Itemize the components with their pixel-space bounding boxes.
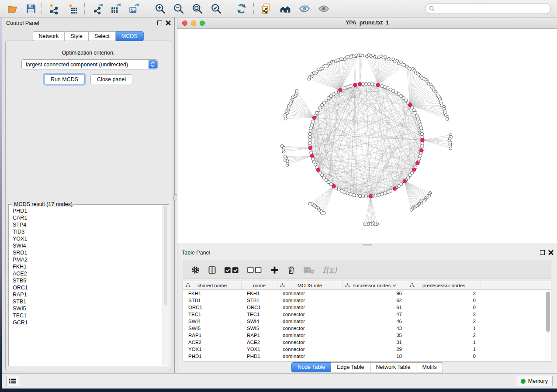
- table-row[interactable]: ORC1ORC1dominator610: [183, 304, 551, 311]
- mcds-list-scrollbar[interactable]: [163, 205, 168, 365]
- table-cell[interactable]: connector: [277, 346, 343, 353]
- search-input[interactable]: [437, 5, 547, 12]
- table-cell[interactable]: 2: [407, 311, 481, 318]
- tab-edge-table[interactable]: Edge Table: [331, 362, 370, 372]
- table-cell[interactable]: STB1: [183, 297, 242, 304]
- zoom-out-button[interactable]: [171, 2, 186, 16]
- table-cell[interactable]: dominator: [277, 332, 343, 339]
- table-settings-button[interactable]: [191, 265, 200, 275]
- table-cell[interactable]: 47: [343, 311, 407, 318]
- mcds-result-item[interactable]: RAP1: [9, 291, 163, 298]
- table-cell[interactable]: 1: [407, 325, 481, 332]
- import-network-button[interactable]: [46, 2, 61, 16]
- mcds-result-item[interactable]: TEC1: [9, 312, 163, 319]
- mcds-result-item[interactable]: STB5: [9, 277, 163, 284]
- splitter-grip[interactable]: [363, 244, 372, 246]
- import-table-button[interactable]: [66, 2, 80, 16]
- zoom-selected-button[interactable]: [209, 2, 224, 16]
- table-row[interactable]: SWI4SWI4dominator462: [183, 318, 551, 325]
- table-cell[interactable]: 1: [407, 346, 481, 353]
- table-cell[interactable]: 43: [343, 325, 407, 332]
- horizontal-splitter[interactable]: [177, 243, 557, 247]
- table-cell[interactable]: ORC1: [242, 304, 277, 311]
- mcds-result-item[interactable]: SWI4: [9, 242, 163, 249]
- close-panel-button[interactable]: Close panel: [90, 74, 132, 84]
- column-header-successor-nodes[interactable]: successor nodes: [343, 281, 407, 289]
- network-window-titlebar[interactable]: YPA_prune.txt_1: [177, 17, 557, 29]
- table-row[interactable]: FKH1FKH1dominator962: [183, 290, 551, 297]
- table-cell[interactable]: YOX1: [242, 346, 277, 353]
- table-cell[interactable]: ORC1: [183, 304, 242, 311]
- table-cell[interactable]: 0: [407, 353, 481, 360]
- table-scrollbar[interactable]: [545, 290, 551, 361]
- table-cell[interactable]: 96: [343, 290, 407, 297]
- table-cell[interactable]: 18: [343, 353, 407, 360]
- tab-node-table[interactable]: Node Table: [291, 362, 331, 372]
- table-cell[interactable]: FKH1: [183, 290, 242, 297]
- table-cell[interactable]: ACE2: [183, 339, 242, 346]
- mcds-result-item[interactable]: SRD1: [9, 249, 163, 256]
- zoom-in-button[interactable]: [153, 2, 168, 16]
- refresh-layout-button[interactable]: [234, 2, 249, 16]
- table-cell[interactable]: connector: [277, 311, 343, 318]
- minimize-window-icon[interactable]: [191, 21, 196, 26]
- export-table-button[interactable]: [108, 2, 123, 16]
- table-cell[interactable]: PHD1: [242, 353, 277, 360]
- table-cell[interactable]: connector: [277, 339, 343, 346]
- mcds-result-item[interactable]: STB1: [9, 298, 163, 305]
- table-cell[interactable]: 61: [343, 304, 407, 311]
- network-graph[interactable]: [177, 29, 557, 243]
- table-cell[interactable]: RAP1: [183, 332, 242, 339]
- hide-details-button[interactable]: [297, 2, 312, 16]
- table-cell[interactable]: SWI5: [242, 325, 277, 332]
- table-cell[interactable]: 0: [407, 297, 481, 304]
- table-cell[interactable]: connector: [277, 325, 343, 332]
- close-panel-icon[interactable]: [166, 20, 171, 25]
- mcds-result-item[interactable]: PMA2: [9, 256, 163, 263]
- task-history-button[interactable]: [6, 376, 19, 386]
- tab-network[interactable]: Network: [32, 31, 65, 41]
- table-cell[interactable]: YOX1: [183, 346, 242, 353]
- export-image-button[interactable]: [127, 2, 142, 16]
- table-cell[interactable]: dominator: [277, 297, 343, 304]
- table-cell[interactable]: 2: [407, 290, 481, 297]
- table-cell[interactable]: PHD1: [183, 353, 242, 360]
- table-row[interactable]: RAP1RAP1dominator352: [183, 332, 551, 339]
- table-cell[interactable]: SWI4: [183, 318, 242, 325]
- mcds-result-item[interactable]: CAR1: [9, 214, 163, 221]
- table-row[interactable]: YOX1YOX1connector291: [183, 346, 551, 353]
- mcds-result-item[interactable]: YOX1: [9, 235, 163, 242]
- table-row[interactable]: STB1STB1dominator620: [183, 297, 551, 304]
- save-session-button[interactable]: [24, 2, 38, 16]
- float-panel-icon[interactable]: [540, 250, 545, 255]
- table-cell[interactable]: 46: [343, 318, 407, 325]
- table-cell[interactable]: 62: [343, 297, 407, 304]
- tab-motifs[interactable]: Motifs: [416, 362, 443, 372]
- table-cell[interactable]: 29: [343, 346, 407, 353]
- column-header-predecessor-nodes[interactable]: predecessor nodes: [407, 281, 481, 289]
- run-mcds-button[interactable]: Run MCDS: [44, 74, 85, 84]
- table-cell[interactable]: SWI4: [242, 318, 277, 325]
- table-cell[interactable]: 1: [407, 339, 481, 346]
- memory-button[interactable]: Memory: [516, 376, 553, 386]
- splitter-grip[interactable]: [173, 194, 177, 200]
- table-row[interactable]: SWI5SWI5connector431: [183, 325, 551, 332]
- close-window-icon[interactable]: [182, 21, 187, 26]
- mcds-result-item[interactable]: TID3: [9, 228, 163, 235]
- tab-select[interactable]: Select: [89, 31, 116, 41]
- float-panel-icon[interactable]: [157, 21, 162, 25]
- mcds-result-item[interactable]: SWI5: [9, 305, 163, 312]
- table-cell[interactable]: ACE2: [242, 339, 277, 346]
- table-cell[interactable]: dominator: [277, 318, 343, 325]
- open-file-button[interactable]: [5, 2, 20, 16]
- show-details-button[interactable]: [316, 2, 331, 16]
- mcds-result-item[interactable]: ORC1: [9, 284, 163, 291]
- search-box[interactable]: [425, 3, 551, 14]
- maximize-window-icon[interactable]: [200, 21, 205, 26]
- mcds-result-item[interactable]: GCR1: [9, 319, 163, 326]
- deselect-all-rows-button[interactable]: [247, 265, 263, 275]
- clone-network-button[interactable]: [259, 2, 273, 16]
- table-cell[interactable]: dominator: [277, 290, 343, 297]
- column-header-MCDS-role[interactable]: MCDS role: [277, 281, 343, 289]
- create-column-button[interactable]: [270, 265, 279, 275]
